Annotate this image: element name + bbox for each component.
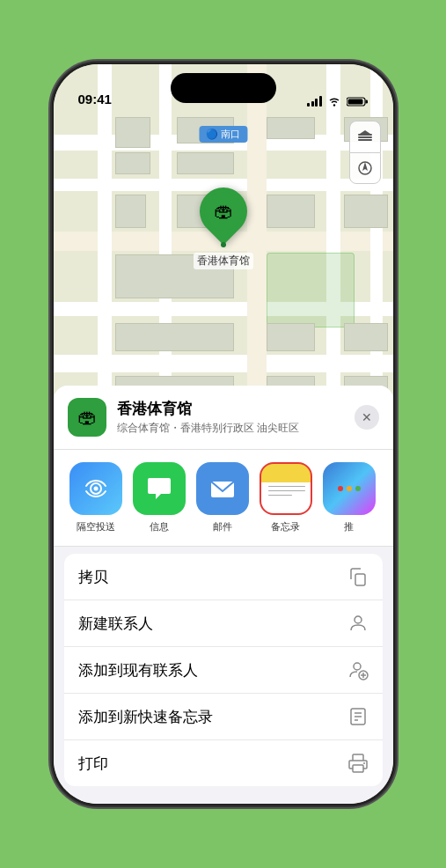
status-icons xyxy=(307,96,369,107)
action-new-contact[interactable]: 新建联系人 xyxy=(64,600,383,647)
map-layers-button[interactable] xyxy=(349,121,381,152)
battery-icon xyxy=(347,96,369,107)
svg-rect-23 xyxy=(353,754,363,761)
action-list: 拷贝 新建联系人 添加到现有联系人 xyxy=(64,554,383,786)
marker-emoji: 🏟 xyxy=(204,192,243,231)
new-contact-label: 新建联系人 xyxy=(78,614,153,634)
svg-point-25 xyxy=(363,762,365,764)
share-row: 隔空投送 信息 xyxy=(54,450,393,547)
notes-icon xyxy=(260,462,312,515)
share-airdrop[interactable]: 隔空投送 xyxy=(64,462,128,533)
north-label: 🔵 南口 xyxy=(199,126,247,143)
action-add-existing[interactable]: 添加到现有联系人 xyxy=(64,647,383,694)
svg-rect-2 xyxy=(358,139,372,141)
share-messages[interactable]: 信息 xyxy=(128,462,191,533)
location-sub: 综合体育馆・香港特别行政区 油尖旺区 xyxy=(117,421,344,436)
svg-rect-9 xyxy=(347,99,362,105)
print-icon xyxy=(347,753,369,774)
direction-label: 🔵 xyxy=(206,129,221,139)
close-button[interactable]: ✕ xyxy=(355,405,379,430)
location-card: 🏟 香港体育馆 综合体育馆・香港特别行政区 油尖旺区 ✕ xyxy=(54,386,393,450)
svg-rect-13 xyxy=(355,574,365,585)
svg-point-6 xyxy=(333,104,334,106)
svg-point-15 xyxy=(354,663,361,670)
svg-rect-0 xyxy=(358,134,372,136)
share-more[interactable]: 推 xyxy=(318,462,381,533)
action-print[interactable]: 打印 xyxy=(64,740,383,786)
more-label: 推 xyxy=(344,520,354,533)
svg-marker-5 xyxy=(362,162,368,171)
marker-label: 香港体育馆 xyxy=(194,253,253,269)
svg-rect-8 xyxy=(365,100,368,104)
action-copy[interactable]: 拷贝 xyxy=(64,554,383,600)
status-time: 09:41 xyxy=(78,92,112,107)
share-notes[interactable]: 备忘录 xyxy=(254,462,318,533)
dynamic-island xyxy=(171,73,276,103)
airdrop-label: 隔空投送 xyxy=(77,520,115,533)
print-label: 打印 xyxy=(78,754,108,774)
phone-screen: 🔵 南口 xyxy=(54,64,393,804)
more-icon xyxy=(323,462,376,515)
signal-bars xyxy=(307,96,322,107)
svg-rect-24 xyxy=(353,765,363,772)
messages-label: 信息 xyxy=(150,520,169,533)
bottom-sheet: 🏟 香港体育馆 综合体育馆・香港特别行政区 油尖旺区 ✕ xyxy=(54,386,393,804)
location-icon: 🏟 xyxy=(68,398,106,437)
add-notes-label: 添加到新快速备忘录 xyxy=(78,707,213,727)
my-location-button[interactable] xyxy=(349,152,381,184)
phone-frame: 🔵 南口 xyxy=(52,63,395,805)
svg-point-14 xyxy=(355,616,362,623)
share-mail[interactable]: 邮件 xyxy=(191,462,254,533)
add-notes-icon xyxy=(347,706,369,727)
add-existing-icon xyxy=(347,659,369,680)
notes-label: 备忘录 xyxy=(271,520,300,533)
map-controls xyxy=(349,121,381,184)
mail-icon xyxy=(196,462,249,515)
location-name: 香港体育馆 xyxy=(117,399,344,419)
airdrop-icon xyxy=(69,462,122,515)
copy-label: 拷贝 xyxy=(78,567,108,587)
new-contact-icon xyxy=(347,613,369,634)
add-existing-label: 添加到现有联系人 xyxy=(78,660,198,680)
location-marker: 🏟 香港体育馆 xyxy=(194,188,253,269)
svg-marker-3 xyxy=(360,130,370,134)
action-add-notes[interactable]: 添加到新快速备忘录 xyxy=(64,694,383,740)
copy-icon xyxy=(347,566,369,587)
messages-icon xyxy=(133,462,186,515)
mail-label: 邮件 xyxy=(213,520,232,533)
svg-point-11 xyxy=(93,487,98,491)
wifi-icon xyxy=(327,96,341,107)
svg-rect-1 xyxy=(358,136,372,138)
location-info: 香港体育馆 综合体育馆・香港特别行政区 油尖旺区 xyxy=(117,399,344,436)
